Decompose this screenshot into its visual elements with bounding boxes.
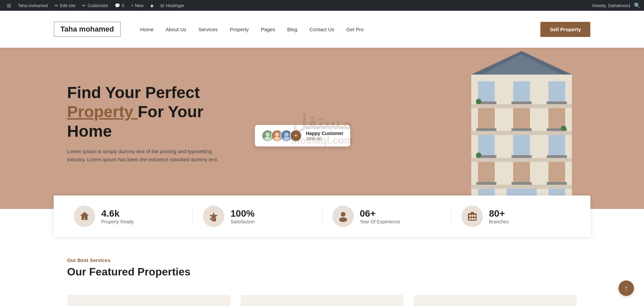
nav-home[interactable]: Home — [134, 11, 160, 48]
nav-about[interactable]: About Us — [160, 11, 193, 48]
customize-icon: ✏ — [82, 3, 86, 8]
svg-rect-55 — [472, 215, 473, 217]
customize-item[interactable]: ✏ Customize — [79, 0, 111, 11]
svg-rect-13 — [478, 81, 495, 101]
satisfaction-icon — [203, 206, 224, 227]
hostinger-label: Hostinger — [166, 3, 184, 8]
svg-rect-34 — [476, 182, 496, 185]
svg-rect-60 — [471, 212, 474, 213]
stat-property-text: 4.6k Property Ready — [101, 208, 134, 224]
services-section: Our Best Services Our Featured Propertie… — [0, 237, 644, 295]
svg-rect-48 — [210, 218, 213, 220]
happy-customer-card: + Happy Customer 2000,00 — [255, 125, 350, 146]
section-title: Our Featured Properties — [67, 266, 577, 278]
nav-get-pro[interactable]: Get Pro — [340, 11, 370, 48]
diamond-icon: ◆ — [150, 3, 154, 8]
stat-branches: 80+ Branches — [462, 206, 570, 227]
hero-building-image — [449, 48, 594, 209]
svg-point-51 — [341, 212, 345, 217]
main-nav: Home About Us Services Property Pages Bl… — [134, 11, 541, 48]
customer-avatars: + — [262, 130, 302, 142]
svg-point-8 — [283, 137, 290, 141]
svg-rect-57 — [469, 218, 471, 220]
sell-property-button[interactable]: Sell Property — [540, 22, 590, 37]
stat-branches-text: 80+ Branches — [489, 208, 509, 224]
comments-icon: 💬 — [115, 3, 120, 8]
nav-contact[interactable]: Contact Us — [303, 11, 340, 48]
svg-rect-33 — [548, 162, 565, 182]
svg-rect-21 — [548, 108, 565, 128]
svg-rect-20 — [513, 108, 530, 128]
customize-label: Customize — [88, 3, 108, 8]
svg-point-52 — [339, 217, 347, 222]
hostinger-item[interactable]: ⊟ Hostinger — [157, 0, 188, 11]
howdy-text: Howdy, 1tahakooo1 — [592, 3, 631, 8]
stat-branches-label: Branches — [489, 219, 509, 224]
new-item[interactable]: + New — [128, 0, 147, 11]
svg-rect-56 — [474, 215, 476, 217]
property-card-3[interactable] — [414, 295, 577, 306]
svg-rect-17 — [512, 101, 532, 104]
nav-blog[interactable]: Blog — [281, 11, 303, 48]
site-logo[interactable]: Taha mohamed — [54, 21, 121, 37]
nav-pages[interactable]: Pages — [255, 11, 281, 48]
hero-section: Find Your Perfect Property For Your Home… — [0, 48, 644, 209]
site-name-item[interactable]: Taha mohamed — [14, 0, 51, 11]
svg-point-7 — [284, 132, 288, 136]
wordpress-icon: ⊞ — [7, 2, 11, 9]
stat-experience-value: 06+ — [360, 208, 400, 219]
svg-rect-49 — [213, 218, 216, 220]
svg-rect-30 — [547, 155, 567, 158]
stat-satisfaction-value: 100% — [230, 208, 255, 219]
stats-bar: 4.6k Property Ready 100% Satisfaction 06… — [54, 195, 590, 237]
svg-rect-31 — [478, 162, 495, 182]
svg-rect-41 — [471, 131, 572, 135]
svg-rect-14 — [513, 81, 530, 101]
hero-title: Find Your Perfect Property For Your Home — [67, 83, 235, 141]
stat-satisfaction-text: 100% Satisfaction — [230, 208, 255, 224]
avatar-plus: + — [290, 130, 302, 142]
stat-divider-2 — [322, 206, 322, 226]
admin-bar-right: Howdy, 1tahakooo1 🔍 — [592, 2, 641, 9]
svg-point-1 — [266, 132, 270, 136]
edit-site-item[interactable]: ✏ Edit site — [51, 0, 79, 11]
svg-rect-40 — [471, 104, 572, 108]
stat-experience-text: 06+ Year Of Experience — [360, 208, 400, 224]
scroll-to-top-button[interactable]: ↑ — [619, 280, 634, 296]
nav-property[interactable]: Property — [224, 11, 255, 48]
svg-rect-32 — [513, 162, 530, 182]
svg-rect-25 — [478, 135, 495, 155]
svg-rect-22 — [476, 128, 496, 131]
stat-experience-label: Year Of Experience — [360, 219, 400, 224]
hero-title-accent: Property — [67, 103, 138, 121]
svg-point-44 — [476, 99, 481, 104]
svg-rect-42 — [471, 158, 572, 162]
plus-icon: + — [131, 3, 134, 8]
svg-rect-29 — [512, 155, 532, 158]
svg-rect-23 — [512, 128, 532, 131]
hero-title-part1: Find Your Perfect — [67, 84, 200, 101]
svg-point-46 — [476, 152, 481, 158]
nav-services[interactable]: Services — [192, 11, 224, 48]
svg-rect-26 — [513, 135, 530, 155]
property-card-2[interactable] — [240, 295, 404, 306]
property-card-1[interactable] — [67, 295, 230, 306]
happy-customer-count: 2000,00 — [306, 136, 343, 141]
site-header: Taha mohamed Home About Us Services Prop… — [0, 11, 644, 48]
svg-rect-36 — [547, 182, 567, 185]
search-icon[interactable]: 🔍 — [634, 2, 641, 9]
edit-icon: ✏ — [55, 3, 58, 8]
svg-rect-27 — [548, 135, 565, 155]
stat-divider-1 — [193, 206, 193, 226]
svg-rect-15 — [548, 81, 565, 101]
svg-rect-59 — [474, 218, 476, 220]
svg-point-45 — [561, 126, 566, 131]
wp-logo-item[interactable]: ⊞ — [3, 0, 14, 11]
happy-customer-title: Happy Customer — [306, 131, 343, 136]
diamond-icon-item[interactable]: ◆ — [147, 0, 157, 11]
svg-rect-54 — [469, 215, 471, 217]
stat-experience: 06+ Year Of Experience — [332, 206, 441, 227]
comments-item[interactable]: 💬 0 — [111, 0, 127, 11]
stat-satisfaction: 100% Satisfaction — [203, 206, 312, 227]
building-icon — [462, 206, 483, 227]
